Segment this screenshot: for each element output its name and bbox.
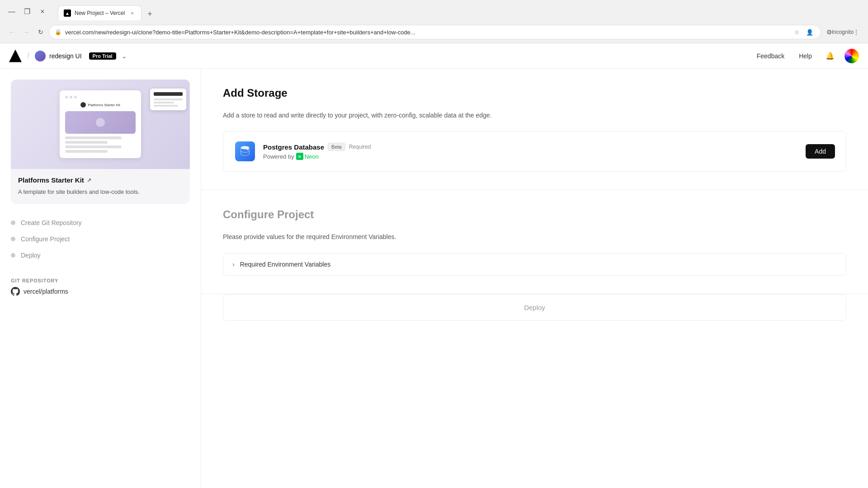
tab-title: New Project – Vercel bbox=[75, 10, 125, 16]
step-label-deploy: Deploy bbox=[21, 252, 41, 259]
postgres-icon bbox=[235, 141, 255, 161]
main-layout: Platforms Starter Kit bbox=[0, 69, 868, 488]
external-link-icon: ↗ bbox=[87, 177, 91, 183]
user-avatar[interactable] bbox=[844, 49, 859, 63]
deploy-section: Deploy bbox=[201, 294, 868, 321]
step-label-configure-project: Configure Project bbox=[21, 235, 70, 243]
preview-sec-line-1 bbox=[154, 99, 183, 100]
preview-sec-lines bbox=[154, 99, 183, 107]
browser-titlebar: — ❐ × ▲ New Project – Vercel × + bbox=[0, 0, 868, 23]
steps-list: Create Git Repository Configure Project … bbox=[11, 215, 190, 263]
preview-dot-1 bbox=[65, 96, 68, 99]
header-left: / redesign UI Pro Trial ⌄ bbox=[9, 50, 753, 62]
step-dot-deploy bbox=[11, 253, 15, 258]
template-card: Platforms Starter Kit bbox=[11, 80, 190, 204]
nav-refresh-button[interactable]: ↻ bbox=[34, 26, 47, 38]
git-section: GIT REPOSITORY vercel/platforms bbox=[11, 278, 190, 296]
project-avatar bbox=[35, 51, 46, 61]
main-content: Add Storage Add a store to read and writ… bbox=[201, 69, 868, 488]
nav-forward-button[interactable]: → bbox=[20, 26, 33, 38]
template-description: A template for site builders and low-cod… bbox=[18, 188, 183, 197]
add-storage-button[interactable]: Add bbox=[806, 144, 835, 159]
step-configure-project: Configure Project bbox=[11, 231, 190, 247]
preview-line-2 bbox=[65, 141, 108, 144]
add-storage-description: Add a store to read and write directly t… bbox=[223, 110, 846, 120]
storage-name: Postgres Database bbox=[263, 143, 324, 151]
storage-powered-by: Powered by N Neon bbox=[263, 153, 798, 160]
template-preview-secondary bbox=[150, 89, 186, 110]
incognito-button[interactable]: Incognito bbox=[836, 26, 849, 38]
template-preview-main: Platforms Starter Kit bbox=[60, 90, 141, 158]
preview-sec-line-2 bbox=[154, 102, 174, 103]
profile-icon[interactable]: 👤 bbox=[804, 27, 815, 38]
add-storage-section: Add Storage Add a store to read and writ… bbox=[201, 69, 868, 190]
preview-sec-bar bbox=[154, 92, 183, 96]
template-info: Platforms Starter Kit ↗ A template for s… bbox=[11, 169, 190, 204]
add-storage-title: Add Storage bbox=[223, 87, 846, 99]
preview-dot-3 bbox=[74, 96, 77, 99]
bookmark-icon[interactable]: ☆ bbox=[792, 27, 802, 38]
address-bar[interactable]: 🔒 vercel.com/new/redesign-ui/clone?demo-… bbox=[49, 25, 821, 39]
storage-card: Postgres Database Beta Required Powered … bbox=[223, 131, 846, 172]
preview-title-bar: Platforms Starter Kit bbox=[65, 102, 136, 108]
pro-trial-badge: Pro Trial bbox=[89, 52, 116, 60]
address-bar-row: ← → ↻ 🔒 vercel.com/new/redesign-ui/clone… bbox=[0, 23, 868, 43]
step-label-create-git: Create Git Repository bbox=[21, 219, 82, 226]
preview-title-text: Platforms Starter Kit bbox=[88, 103, 120, 107]
window-close-button[interactable]: × bbox=[36, 5, 49, 18]
app-header: / redesign UI Pro Trial ⌄ Feedback Help … bbox=[0, 43, 868, 69]
vercel-logo-icon bbox=[9, 50, 22, 62]
storage-info: Postgres Database Beta Required Powered … bbox=[263, 143, 798, 160]
preview-sec-line-3 bbox=[154, 105, 178, 107]
postgres-svg bbox=[239, 145, 251, 158]
neon-icon: N bbox=[296, 153, 303, 160]
step-deploy: Deploy bbox=[11, 247, 190, 263]
preview-hero bbox=[65, 111, 136, 134]
step-dot-configure-project bbox=[11, 237, 15, 241]
preview-favicon bbox=[80, 102, 86, 108]
neon-logo: N Neon bbox=[296, 153, 319, 160]
git-repo-name: vercel/platforms bbox=[24, 288, 68, 295]
git-section-label: GIT REPOSITORY bbox=[11, 278, 190, 283]
lock-icon: 🔒 bbox=[55, 29, 61, 35]
notifications-button[interactable]: 🔔 bbox=[823, 49, 837, 63]
preview-dots bbox=[65, 96, 136, 99]
feedback-button[interactable]: Feedback bbox=[753, 51, 788, 61]
env-vars-row[interactable]: › Required Environment Variables bbox=[223, 253, 846, 276]
browser-menu-button[interactable]: ⋮ bbox=[850, 26, 863, 38]
header-right: Feedback Help 🔔 bbox=[753, 49, 859, 63]
configure-project-description: Please provide values for the required E… bbox=[223, 232, 846, 242]
tabs-bar: ▲ New Project – Vercel × + bbox=[52, 3, 863, 20]
step-dot-create-git bbox=[11, 221, 15, 225]
preview-line-4 bbox=[65, 150, 108, 153]
beta-badge: Beta bbox=[328, 143, 345, 151]
browser-chrome: — ❐ × ▲ New Project – Vercel × + ← → ↻ 🔒… bbox=[0, 0, 868, 43]
deploy-button[interactable]: Deploy bbox=[524, 304, 545, 311]
preview-line-1 bbox=[65, 136, 122, 139]
github-icon bbox=[11, 287, 20, 296]
sidebar: Platforms Starter Kit bbox=[0, 69, 201, 488]
project-switcher-button[interactable]: ⌄ bbox=[120, 52, 129, 61]
browser-controls: — ❐ × bbox=[5, 5, 49, 18]
address-bar-icons: ☆ 👤 bbox=[792, 27, 815, 38]
new-tab-button[interactable]: + bbox=[143, 8, 156, 20]
git-repo-item: vercel/platforms bbox=[11, 287, 190, 296]
tab-close-button[interactable]: × bbox=[128, 9, 136, 17]
help-button[interactable]: Help bbox=[795, 51, 816, 61]
configure-project-title: Configure Project bbox=[223, 208, 846, 221]
browser-right-icons: ⚙ Incognito ⋮ bbox=[823, 26, 863, 38]
preview-line-3 bbox=[65, 145, 122, 148]
neon-label: Neon bbox=[305, 153, 319, 160]
required-badge: Required bbox=[349, 144, 371, 150]
window-minimize-button[interactable]: — bbox=[5, 5, 18, 18]
storage-icon bbox=[234, 141, 256, 162]
template-preview: Platforms Starter Kit bbox=[11, 80, 190, 169]
nav-back-button[interactable]: ← bbox=[5, 26, 18, 38]
window-maximize-button[interactable]: ❐ bbox=[21, 5, 33, 18]
deploy-button-container: Deploy bbox=[223, 294, 846, 321]
configure-project-section: Configure Project Please provide values … bbox=[201, 190, 868, 294]
preview-hero-icon bbox=[96, 118, 105, 127]
address-text: vercel.com/new/redesign-ui/clone?demo-ti… bbox=[65, 29, 788, 36]
breadcrumb-separator: / bbox=[27, 51, 29, 61]
browser-tab-active[interactable]: ▲ New Project – Vercel × bbox=[58, 5, 142, 20]
